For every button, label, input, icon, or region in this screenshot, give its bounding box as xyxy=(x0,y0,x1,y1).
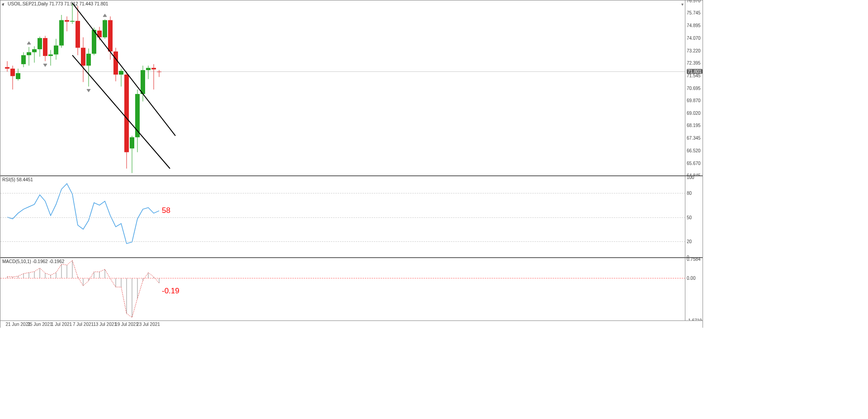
svg-rect-3 xyxy=(10,69,15,76)
svg-rect-47 xyxy=(130,137,134,149)
chart-container: ◂ ▾ USOIL.SEP21,Daily 71.773 71.912 71.4… xyxy=(0,0,703,328)
x-axis-labels: 21 Jun 202125 Jun 20211 Jul 20217 Jul 20… xyxy=(0,321,685,328)
svg-rect-29 xyxy=(81,48,85,66)
macd-annotation: -0.19 xyxy=(162,287,179,296)
svg-rect-21 xyxy=(59,20,64,46)
rsi-annotation: 58 xyxy=(162,206,170,215)
price-yaxis: 76.57075.74574.89574.07073.22072.39571.5… xyxy=(685,0,703,175)
svg-rect-17 xyxy=(48,54,53,56)
rsi-yaxis: 1008050200 xyxy=(685,176,703,257)
macd-pane[interactable]: MACD(5,10,1) -0.1962 -0.1962 -0.19 0.758… xyxy=(0,257,703,320)
macd-plot[interactable]: MACD(5,10,1) -0.1962 -0.1962 -0.19 xyxy=(0,258,685,320)
x-axis: 21 Jun 202125 Jun 20211 Jul 20217 Jul 20… xyxy=(0,320,703,328)
svg-rect-1 xyxy=(5,67,9,69)
macd-yaxis: 0.75840.00-1.6719 xyxy=(685,258,703,320)
svg-rect-19 xyxy=(54,46,58,55)
svg-marker-60 xyxy=(27,42,31,44)
svg-marker-64 xyxy=(103,14,107,17)
svg-marker-61 xyxy=(43,64,47,66)
svg-rect-23 xyxy=(65,20,69,22)
svg-rect-53 xyxy=(146,68,151,70)
svg-marker-63 xyxy=(87,89,90,92)
current-price-badge: 71.801 xyxy=(687,69,703,74)
svg-rect-41 xyxy=(113,52,118,75)
svg-rect-55 xyxy=(151,68,156,69)
svg-rect-43 xyxy=(119,71,123,75)
svg-rect-25 xyxy=(70,21,75,22)
svg-rect-9 xyxy=(27,52,31,56)
svg-rect-15 xyxy=(43,38,47,56)
svg-rect-57 xyxy=(157,71,161,72)
price-plot[interactable]: ◂ ▾ USOIL.SEP21,Daily 71.773 71.912 71.4… xyxy=(0,0,685,175)
rsi-plot[interactable]: RSI(5) 58.4451 58 xyxy=(0,176,685,257)
svg-rect-7 xyxy=(21,55,26,64)
svg-rect-5 xyxy=(16,73,20,79)
svg-rect-11 xyxy=(32,49,37,52)
price-pane[interactable]: ◂ ▾ USOIL.SEP21,Daily 71.773 71.912 71.4… xyxy=(0,0,703,175)
svg-rect-13 xyxy=(38,38,42,49)
svg-rect-51 xyxy=(141,70,145,94)
svg-rect-37 xyxy=(103,20,107,38)
svg-rect-31 xyxy=(86,54,91,66)
svg-rect-39 xyxy=(108,20,113,52)
svg-line-58 xyxy=(72,3,175,136)
rsi-pane[interactable]: RSI(5) 58.4451 58 1008050200 xyxy=(0,175,703,257)
svg-marker-62 xyxy=(71,0,74,0)
svg-rect-27 xyxy=(75,21,80,47)
svg-rect-45 xyxy=(124,75,129,152)
